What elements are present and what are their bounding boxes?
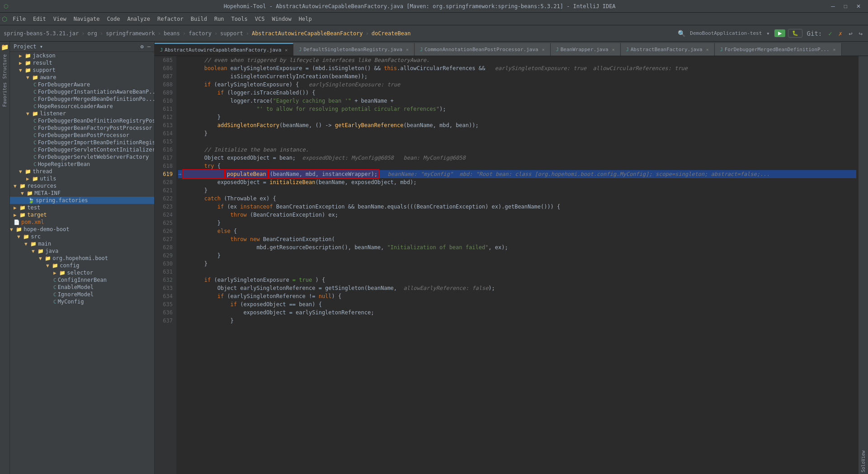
folder-icon: ▶ 📁 [26,176,38,182]
code-line-619: → populateBean(beanName, mbd, instanceWr… [178,170,856,178]
git-check[interactable]: ✓ [826,29,834,38]
tree-selector[interactable]: ▶ 📁 selector [10,269,154,276]
java-icon: C [33,147,37,153]
tree-hoperegisterbean[interactable]: C HopeRegisterBean [10,161,154,168]
tree-listener[interactable]: ▼ 📁 listener [10,110,154,117]
redo-icon[interactable]: ↪ [857,29,864,38]
menu-help[interactable]: Help [295,13,316,25]
breadcrumb-beans[interactable]: beans [164,30,180,37]
tab-defaultsingleton[interactable]: J DefaultSingletonBeanRegistry.java ✕ [293,43,415,56]
project-icon[interactable]: 📁 [1,43,9,51]
tree-enablemodel[interactable]: C EnableModel [10,284,154,291]
tree-fordebuggerbeandefinition[interactable]: C ForDebuggerBeanDefinitionRegistryPost.… [10,117,154,124]
menu-window[interactable]: Window [268,13,295,25]
tree-fordebuggerimport[interactable]: C ForDebuggerImportBeanDefinitionRegist.… [10,139,154,146]
menu-run[interactable]: Run [211,13,228,25]
breadcrumb-factory[interactable]: factory [189,30,212,37]
soloview-tab[interactable]: SoloView [861,450,866,472]
tree-target[interactable]: ▶ 📁 target [10,211,154,218]
menu-tools[interactable]: Tools [228,13,251,25]
tree-aware[interactable]: ▼ 📁 aware [10,74,154,81]
tab-beanwrapper[interactable]: J BeanWrapper.java ✕ [551,43,621,56]
tab-fordebuggermerged[interactable]: J ForDebuggerMergedBeanDefinitionP... ✕ [715,43,842,56]
tab-commonannotation[interactable]: J CommonAnnotationBeanPostProcessor.java… [415,43,551,56]
tab-close[interactable]: ✕ [542,47,545,52]
tree-orghopehomi[interactable]: ▼ 📁 org.hopehomi.boot [10,255,154,262]
folder-icon: ▼ 📁 [32,248,44,254]
undo-icon[interactable]: ↩ [847,29,854,38]
tree-thread[interactable]: ▼ 📁 thread [10,168,154,175]
run-button[interactable]: ▶ [774,29,785,37]
search-icon[interactable]: 🔍 [676,29,687,38]
java-icon: C [33,154,37,160]
menu-navigate[interactable]: Navigate [70,13,104,25]
tree-test[interactable]: ▶ 📁 test [10,204,154,211]
menu-view[interactable]: View [50,13,70,25]
tree-result[interactable]: ▶ 📁 result [10,59,154,66]
code-line-627: throw new BeanCreationException( [178,235,856,243]
tab-abstractautowire[interactable]: J AbstractAutowireCapableBeanFactory.jav… [155,43,293,56]
menu-analyze[interactable]: Analyze [123,13,154,25]
tree-springfactories[interactable]: 🍃 spring.factories [10,197,154,204]
breadcrumb-support[interactable]: support [220,30,243,37]
tab-close[interactable]: ✕ [406,47,409,52]
tree-utils[interactable]: ▶ 📁 utils [10,175,154,182]
tree-metainf[interactable]: ▼ 📁 META-INF [10,190,154,197]
tree-config[interactable]: ▼ 📁 config [10,262,154,269]
java-icon: C [33,140,37,146]
tree-hoperesourceloader[interactable]: C HopeResourceLoaderAware [10,103,154,110]
menu-vcs[interactable]: VCS [251,13,269,25]
tree-myconfig[interactable]: C MyConfig [10,298,154,305]
tab-close[interactable]: ✕ [285,47,288,52]
tree-src[interactable]: ▼ 📁 src [10,233,154,240]
code-line-623: if (ex instanceof BeanCreationException … [178,203,856,211]
run-config-dropdown[interactable]: ▾ [766,30,769,37]
tree-resources[interactable]: ▼ 📁 resources [10,182,154,190]
code-line-689: if (logger.isTraceEnabled()) { [178,89,856,97]
tab-close[interactable]: ✕ [833,47,836,52]
maximize-button[interactable]: □ [840,2,851,10]
breadcrumb-jar[interactable]: spring-beans-5.3.21.jar [4,30,79,37]
tree-jackson[interactable]: ▶ 📁 jackson [10,52,154,59]
minimize-button[interactable]: ─ [827,2,839,10]
tab-close[interactable]: ✕ [706,47,709,52]
tree-configinnerbean[interactable]: C ConfigInnerBean [10,276,154,284]
debug-button[interactable]: 🐛 [788,29,802,38]
menu-refactor[interactable]: Refactor [154,13,187,25]
menu-code[interactable]: Code [104,13,124,25]
tree-fordebuggermerged[interactable]: C ForDebuggerMergedBeanDefinitionPo... [10,95,154,103]
project-label: Project ▾ [14,43,43,50]
sidebar-settings[interactable]: ⚙ [141,43,144,50]
code-line-628b: exposedObject = initializeBean(beanName,… [178,178,856,186]
tree-fordebuggerservlet[interactable]: C ForDebuggerServletContextInitializer [10,146,154,153]
tree-main[interactable]: ▼ 📁 main [10,240,154,247]
close-button[interactable]: ✕ [853,2,864,10]
tree-fordebuggeraware[interactable]: C ForDebuggerAware [10,81,154,88]
code-line-637: } [178,317,856,325]
tree-pom[interactable]: 📄 pom.xml [10,218,154,226]
tree-java[interactable]: ▼ 📁 java [10,247,154,255]
tree-hopedemo[interactable]: ▼ 📁 hope-demo-boot [10,226,154,233]
tab-close[interactable]: ✕ [612,47,615,52]
breadcrumb-class[interactable]: AbstractAutowireCapableBeanFactory [252,30,363,37]
git-x[interactable]: ✗ [837,29,844,38]
tree-fordebuggerbean[interactable]: C ForDebuggerBeanPostProcessor [10,132,154,139]
tree-ignoremodel[interactable]: C IgnoreModel [10,291,154,298]
breadcrumb-method[interactable]: doCreateBean [372,30,411,37]
menu-build[interactable]: Build [187,13,211,25]
git-icon[interactable]: Git: [805,29,824,38]
tree-fordebuggerservletwebserver[interactable]: C ForDebuggerServletWebServerFactory [10,153,154,161]
sidebar-collapse[interactable]: — [147,43,151,50]
menu-edit[interactable]: Edit [29,13,50,25]
java-icon: C [53,284,57,290]
structure-tab[interactable]: Structure [2,54,7,79]
tab-abstractbeanfactory[interactable]: J AbstractBeanFactory.java ✕ [621,43,715,56]
tree-support[interactable]: ▼ 📁 support [10,66,154,74]
tree-fordebuggerinstantiationaware[interactable]: C ForDebuggerInstantiationAwareBeanP... [10,88,154,95]
tree-fordebuggerbeadnfactory[interactable]: C ForDebuggerBeanFactoryPostProcessor [10,124,154,132]
menu-file[interactable]: File [9,13,29,25]
breadcrumb-org[interactable]: org [87,30,97,37]
breadcrumb-springframework[interactable]: springframework [106,30,155,37]
favorites-tab[interactable]: Favorites [2,82,7,107]
run-config-label: DemoBootApplication-test [690,30,762,36]
